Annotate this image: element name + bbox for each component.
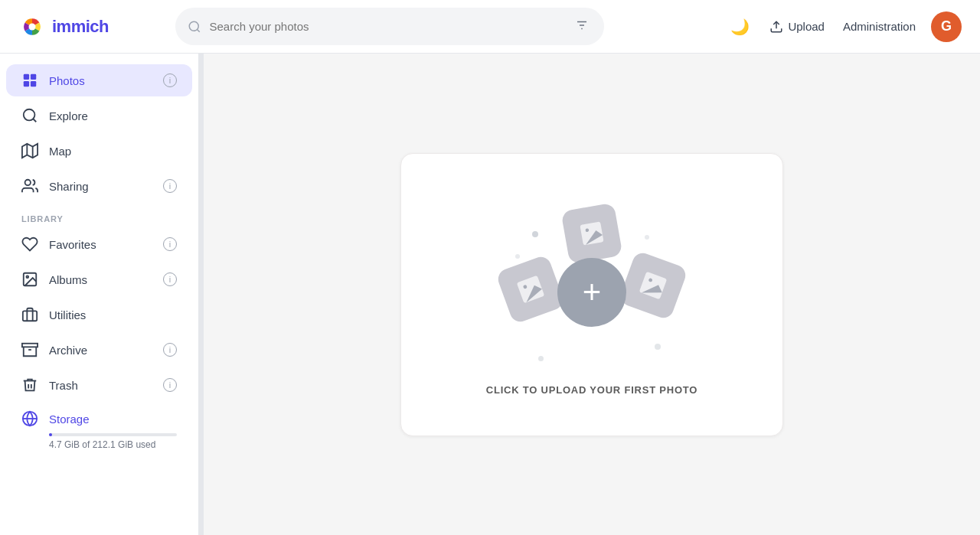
search-icon — [188, 20, 201, 34]
svg-point-17 — [25, 180, 31, 185]
sidebar-item-archive[interactable]: Archive i — [6, 334, 192, 366]
svg-rect-11 — [31, 81, 36, 86]
svg-rect-9 — [31, 74, 36, 80]
header-actions: 🌙 Upload Administration G — [726, 11, 962, 42]
albums-label: Albums — [49, 273, 152, 286]
explore-label: Explore — [49, 109, 177, 122]
main-layout: Photos i Explore Map — [0, 54, 980, 535]
sidebar-item-explore[interactable]: Explore — [6, 99, 192, 132]
upload-label: Upload — [788, 20, 825, 33]
svg-rect-8 — [24, 74, 29, 80]
albums-info-icon[interactable]: i — [163, 272, 177, 286]
plus-icon: + — [583, 276, 602, 308]
photo-card-left — [495, 254, 566, 325]
albums-icon — [21, 271, 38, 288]
upload-button[interactable]: Upload — [766, 15, 828, 38]
favorites-info-icon[interactable]: i — [163, 237, 177, 251]
svg-rect-20 — [23, 311, 37, 321]
upload-card[interactable]: + CLICK TO UPLOAD YOUR FIRST PHOTO — [400, 153, 783, 436]
sharing-info-icon[interactable]: i — [163, 179, 177, 193]
favorites-icon — [21, 236, 38, 253]
storage-label[interactable]: Storage — [21, 410, 177, 427]
storage-section: Storage 4.7 GiB of 212.1 GiB used — [6, 404, 192, 456]
svg-line-13 — [33, 119, 36, 122]
trash-label: Trash — [49, 379, 152, 392]
svg-point-19 — [26, 276, 28, 278]
svg-rect-10 — [24, 81, 29, 86]
photos-icon — [21, 72, 38, 89]
storage-icon — [21, 410, 38, 427]
archive-info-icon[interactable]: i — [163, 343, 177, 357]
header: immich 🌙 Upload Administration G — [0, 0, 980, 54]
svg-rect-21 — [22, 344, 38, 347]
explore-icon — [21, 107, 38, 124]
svg-point-12 — [24, 109, 35, 121]
archive-icon — [21, 341, 38, 358]
sharing-label: Sharing — [49, 180, 152, 193]
logo-icon — [18, 13, 46, 41]
svg-line-3 — [198, 29, 200, 31]
favorites-label: Favorites — [49, 238, 152, 251]
utilities-label: Utilities — [49, 308, 177, 321]
trash-info-icon[interactable]: i — [163, 378, 177, 392]
sidebar-item-albums[interactable]: Albums i — [6, 263, 192, 295]
library-section-label: LIBRARY — [0, 204, 198, 227]
content-area: + CLICK TO UPLOAD YOUR FIRST PHOTO — [204, 54, 980, 535]
sidebar-item-photos[interactable]: Photos i — [6, 64, 192, 96]
upload-illustration: + — [492, 193, 691, 392]
svg-point-1 — [29, 23, 36, 30]
storage-text: 4.7 GiB of 212.1 GiB used — [49, 439, 177, 450]
sidebar-item-trash[interactable]: Trash i — [6, 369, 192, 401]
svg-point-2 — [190, 21, 199, 31]
utilities-icon — [21, 306, 38, 323]
photos-label: Photos — [49, 74, 152, 87]
photo-card-right — [618, 250, 688, 321]
center-upload-circle: + — [557, 258, 626, 327]
photo-card-top — [560, 202, 622, 264]
sidebar: Photos i Explore Map — [0, 54, 199, 535]
sidebar-item-favorites[interactable]: Favorites i — [6, 228, 192, 260]
storage-bar-bg — [49, 433, 177, 436]
archive-label: Archive — [49, 344, 152, 357]
avatar[interactable]: G — [931, 11, 962, 42]
filter-button[interactable] — [572, 15, 592, 38]
sidebar-item-utilities[interactable]: Utilities — [6, 298, 192, 331]
svg-marker-14 — [22, 144, 38, 158]
map-icon — [21, 142, 38, 159]
administration-button[interactable]: Administration — [840, 15, 919, 38]
search-bar — [175, 8, 604, 45]
map-label: Map — [49, 145, 177, 158]
trash-icon — [21, 377, 38, 393]
sharing-icon — [21, 178, 38, 194]
sidebar-item-map[interactable]: Map — [6, 135, 192, 167]
logo[interactable]: immich — [18, 13, 109, 41]
upload-icon — [769, 20, 783, 34]
storage-bar-fill — [49, 433, 52, 436]
dark-mode-button[interactable]: 🌙 — [726, 13, 754, 41]
sidebar-item-sharing[interactable]: Sharing i — [6, 170, 192, 202]
search-input[interactable] — [209, 20, 564, 33]
filter-icon — [575, 18, 589, 32]
logo-text: immich — [52, 17, 109, 37]
photos-info-icon[interactable]: i — [163, 73, 177, 87]
